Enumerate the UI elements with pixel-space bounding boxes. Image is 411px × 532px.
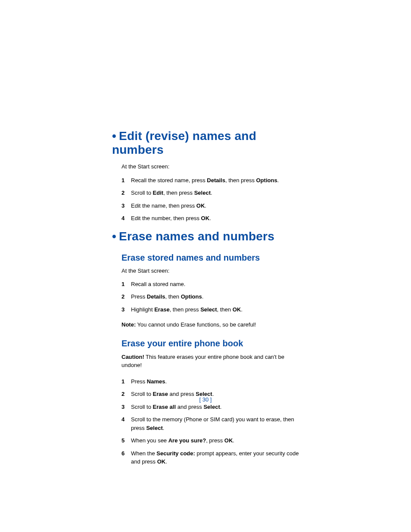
step-item: Scroll to the memory (Phone or SIM card)…: [121, 415, 299, 432]
step-item: Edit the number, then press OK.: [121, 214, 299, 223]
caution-text: Caution! This feature erases your entire…: [121, 353, 299, 370]
step-item: When the Security code: prompt appears, …: [121, 449, 299, 466]
step-item: Press Details, then Options.: [121, 292, 299, 301]
intro-text: At the Start screen:: [121, 163, 299, 171]
step-item: Scroll to Edit, then press Select.: [121, 189, 299, 197]
heading-edit-names: •Edit (revise) names and numbers: [112, 129, 299, 157]
heading-erase-names: •Erase names and numbers: [112, 230, 299, 243]
steps-list-erase-stored: Recall a stored name. Press Details, the…: [121, 280, 299, 314]
step-item: Edit the name, then press OK.: [121, 202, 299, 210]
steps-list-erase-all: Press Names. Scroll to Erase and press S…: [121, 377, 299, 466]
heading-text: Erase names and numbers: [119, 230, 274, 243]
bullet-icon: •: [112, 230, 116, 243]
step-item: Scroll to Erase all and press Select.: [121, 403, 299, 411]
bullet-icon: •: [112, 129, 116, 143]
step-item: Press Names.: [121, 377, 299, 386]
page-number: [ 30 ]: [0, 396, 411, 403]
note-text: Note: You cannot undo Erase functions, s…: [121, 320, 299, 329]
steps-list-edit: Recall the stored name, press Details, t…: [121, 176, 299, 223]
step-item: Highlight Erase, then press Select, then…: [121, 305, 299, 314]
heading-text: Edit (revise) names and numbers: [112, 129, 256, 156]
subheading-erase-phonebook: Erase your entire phone book: [121, 339, 299, 348]
step-item: Recall the stored name, press Details, t…: [121, 176, 299, 185]
step-item: Recall a stored name.: [121, 280, 299, 289]
subheading-erase-stored: Erase stored names and numbers: [121, 253, 299, 263]
step-item: When you see Are you sure?, press OK.: [121, 436, 299, 445]
intro-text: At the Start screen:: [121, 267, 299, 275]
